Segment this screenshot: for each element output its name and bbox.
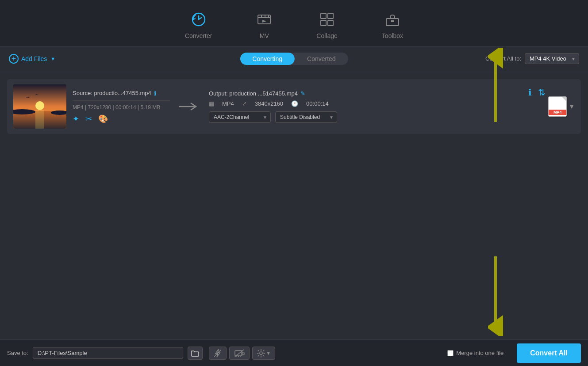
svg-point-13 [35,101,44,110]
nav-mv[interactable]: MV [247,0,281,46]
nav-converter-label: Converter [185,32,212,39]
svg-rect-9 [328,20,333,26]
source-info-icon[interactable]: ℹ [154,90,156,97]
output-format-icon: ▦ [209,100,214,107]
output-duration: 00:00:14 [306,100,329,107]
hw-accel-button[interactable]: ⚙ [229,347,250,360]
output-info-section: Output: production ...5147455.mp4 ✎ ▦ MP… [209,90,575,123]
output-dropdowns: AAC-2Channel Subtitle Disabled [209,111,575,123]
mv-icon [256,11,272,30]
add-files-label: Add Files [21,55,47,62]
file-info-section: Source: productio...47455.mp4 ℹ MP4 | 72… [73,90,170,124]
svg-point-32 [260,352,262,355]
source-info: Source: productio...47455.mp4 ℹ [73,90,170,97]
collage-icon [319,11,335,30]
output-settings-icon[interactable]: ⇅ [538,87,546,98]
svg-rect-11 [391,20,394,22]
tab-converting[interactable]: Converting [240,53,295,65]
bottom-bar: Save to: ⚙ [0,339,588,366]
nav-collage-label: Collage [316,32,337,39]
cut-icon[interactable]: ✂ [85,114,92,124]
format-badge-area[interactable]: MP4 ▼ [548,96,575,117]
output-action-icons: ℹ ⇅ [528,87,546,98]
svg-rect-7 [328,13,333,19]
svg-rect-15 [35,110,44,129]
nav-toolbox-label: Toolbox [382,32,403,39]
svg-rect-6 [321,13,326,19]
file-meta: MP4 | 720x1280 | 00:00:14 | 5.19 MB [73,100,170,111]
bottom-tools: ⚙ ▼ [209,347,275,360]
output-meta-row: ▦ MP4 ⤢ 3840x2160 🕐 00:00:14 [209,100,575,107]
annotation-arrow-down [488,256,503,336]
add-files-button[interactable]: + Add Files ▼ [9,54,55,64]
nav-converter[interactable]: Converter [176,0,221,46]
convert-all-button[interactable]: Convert All [517,343,581,363]
format-dropdown-arrow[interactable]: ▼ [569,103,575,110]
audio-channel-wrapper[interactable]: AAC-2Channel [209,111,271,123]
output-edit-icon[interactable]: ✎ [300,90,305,97]
nav-toolbox[interactable]: Toolbox [373,0,412,46]
save-path-input[interactable] [33,347,183,359]
source-text: Source: productio...47455.mp4 [73,90,151,96]
convert-arrow [176,100,203,113]
thumbnail [13,84,66,129]
nav-collage[interactable]: Collage [307,0,346,46]
top-navigation: Converter MV Collage [0,0,588,46]
audio-channel-select[interactable]: AAC-2Channel [209,111,271,123]
palette-icon[interactable]: 🎨 [98,114,108,124]
output-resolution: 3840x2160 [255,100,283,107]
svg-marker-5 [262,20,266,23]
format-badge: MP4 [548,96,567,117]
turbo-button[interactable] [209,347,227,360]
output-text: Output: production ...5147455.mp4 [209,90,298,97]
output-resize-icon: ⤢ [242,100,247,107]
output-format-text: MP4 [222,100,234,107]
folder-open-button[interactable] [188,347,203,360]
save-to-label: Save to: [7,350,28,356]
svg-rect-25 [235,351,242,356]
file-actions: ✦ ✂ 🎨 [73,114,170,124]
format-badge-label: MP4 [549,110,566,115]
settings-dropdown-arrow[interactable]: ▼ [266,351,271,356]
subtitle-select[interactable]: Subtitle Disabled [275,111,337,123]
plus-circle-icon: + [9,54,19,64]
converter-icon [191,11,207,30]
star-icon[interactable]: ✦ [73,114,79,124]
format-select[interactable]: MP4 4K Video [525,53,579,64]
add-files-dropdown-icon[interactable]: ▼ [50,56,55,61]
annotation-arrow-up [488,48,503,122]
toolbox-icon [384,11,400,30]
merge-checkbox[interactable] [447,350,453,356]
output-info-icon[interactable]: ℹ [528,87,532,98]
output-source-row: Output: production ...5147455.mp4 ✎ [209,90,575,97]
tab-group: Converting Converted [240,53,348,65]
nav-mv-label: MV [260,32,269,39]
tab-converted[interactable]: Converted [295,53,348,65]
svg-rect-8 [321,20,326,26]
format-select-wrapper[interactable]: MP4 4K Video [525,53,579,64]
merge-check-section: Merge into one file [447,350,503,356]
settings-button[interactable]: ▼ [252,347,275,360]
subtitle-wrapper[interactable]: Subtitle Disabled [275,111,337,123]
output-clock-icon: 🕐 [291,100,298,107]
merge-label: Merge into one file [456,350,503,356]
